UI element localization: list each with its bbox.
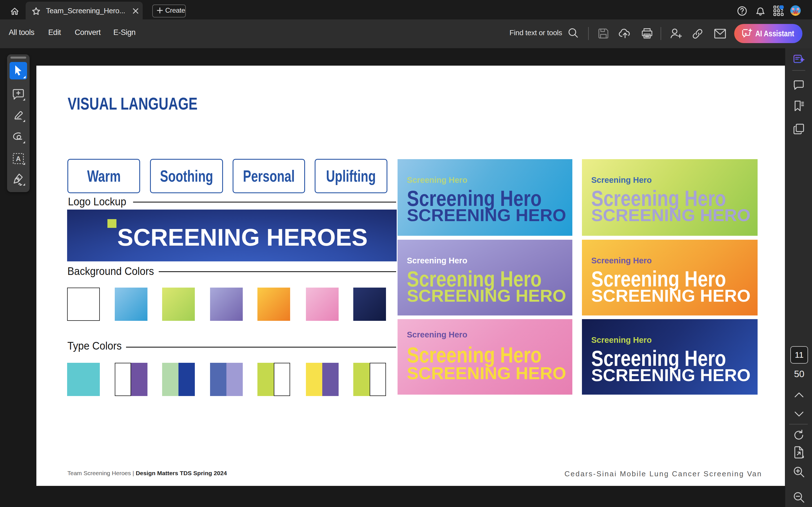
svg-text:A: A (16, 155, 20, 163)
